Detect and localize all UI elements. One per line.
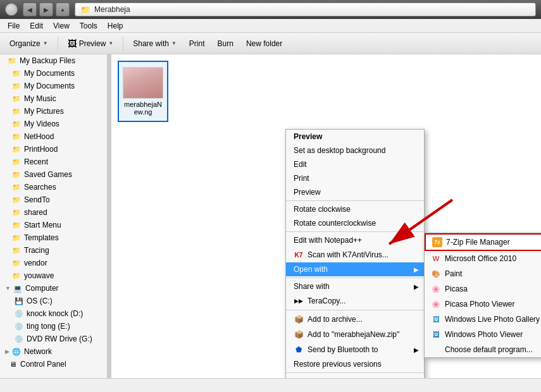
sidebar-label-mydocs1: My Documents	[24, 69, 75, 78]
ctx-sep-2	[286, 231, 424, 232]
submenu-wlpg[interactable]: 🖼 Windows Live Photo Gallery	[425, 312, 541, 327]
submenu-paint[interactable]: 🎨 Paint	[425, 266, 541, 281]
submenu-default[interactable]: Choose default program...	[425, 342, 541, 357]
address-bar[interactable]: 📁 Merabheja	[75, 3, 536, 16]
content-area: merabhejaNew.ng Preview Set as desktop b…	[111, 54, 541, 378]
menu-view[interactable]: View	[48, 20, 75, 32]
folder-icon-myvideos: 📁	[11, 119, 22, 129]
sidebar-item-mypictures[interactable]: 📁 My Pictures	[0, 105, 107, 118]
toolbar: Organize ▼ 🖼 Preview ▼ Share with ▼ Prin…	[0, 33, 541, 54]
ctx-add-zip-label: Add to "merabhejaNew.zip"	[308, 330, 399, 339]
ctx-add-zip[interactable]: 📦 Add to "merabhejaNew.zip"	[286, 327, 424, 342]
new-folder-button[interactable]: New folder	[240, 37, 288, 51]
toolbar-sep-2	[123, 37, 123, 51]
sidebar-item-youwave[interactable]: 📁 youwave	[0, 269, 107, 282]
sidebar-item-startmenu[interactable]: 📁 Start Menu	[0, 219, 107, 231]
ctx-bluetooth-arrow: ▶	[414, 346, 419, 353]
picasa-viewer-icon: 🌸	[431, 299, 441, 309]
sidebar-item-searches[interactable]: 📁 Searches	[0, 181, 107, 193]
wpv-icon: 🖼	[431, 329, 441, 340]
submenu-office[interactable]: W Microsoft Office 2010	[425, 251, 541, 266]
share-button[interactable]: Share with ▼	[127, 37, 182, 51]
7zip-icon: 7z	[432, 237, 442, 247]
sidebar-label-shared: shared	[24, 208, 47, 217]
ctx-antivirus-label: Scan with K7AntiVirus...	[308, 250, 389, 259]
sidebar-item-controlpanel[interactable]: 🖥 Control Panel	[0, 358, 107, 371]
ctx-set-desktop[interactable]: Set as desktop background	[286, 144, 424, 157]
organize-chevron: ▼	[43, 40, 48, 46]
submenu-wpv-label: Windows Photo Viewer	[445, 330, 523, 339]
sidebar-item-shared[interactable]: 📁 shared	[0, 206, 107, 219]
print-button[interactable]: Print	[183, 37, 211, 51]
expand-computer: ▼	[5, 285, 11, 291]
sidebar-item-mymusic[interactable]: 📁 My Music	[0, 92, 107, 105]
submenu-7zip[interactable]: 7z 7-Zip File Manager	[425, 233, 541, 251]
ctx-notepad[interactable]: Edit with Notepad++	[286, 233, 424, 247]
sidebar-item-gdrive[interactable]: 💿 DVD RW Drive (G:)	[0, 333, 107, 345]
organize-button[interactable]: Organize ▼	[4, 37, 54, 51]
ctx-restore-label: Restore previous versions	[294, 360, 382, 369]
sidebar-item-vendor[interactable]: 📁 vendor	[0, 257, 107, 269]
sidebar-item-mydocs2[interactable]: 📁 My Documents	[0, 80, 107, 92]
ctx-send-to-label: Send to	[294, 377, 320, 378]
menu-help[interactable]: Help	[103, 20, 128, 32]
sidebar: 📁 My Backup Files 📁 My Documents 📁 My Do…	[0, 54, 108, 378]
ctx-send-to[interactable]: Send to ▶	[286, 374, 424, 378]
file-item[interactable]: merabhejaNew.ng	[118, 61, 168, 122]
paint-icon: 🎨	[431, 269, 441, 279]
controlpanel-icon: 🖥	[8, 359, 18, 369]
ctx-rotate-cw[interactable]: Rotate clockwise	[286, 202, 424, 216]
sidebar-label-computer: Computer	[25, 284, 59, 293]
ctx-share-with[interactable]: Share with ▶	[286, 279, 424, 293]
menu-tools[interactable]: Tools	[75, 20, 103, 32]
thumbnail-image	[123, 68, 163, 98]
ctx-edit[interactable]: Edit	[286, 157, 424, 171]
sidebar-item-mydocs1[interactable]: 📁 My Documents	[0, 67, 107, 80]
ctx-restore[interactable]: Restore previous versions	[286, 357, 424, 371]
ctx-preview[interactable]: Preview	[286, 185, 424, 199]
ctx-add-archive[interactable]: 📦 Add to archive...	[286, 312, 424, 327]
preview-chevron: ▼	[108, 40, 113, 46]
sidebar-item-network[interactable]: ▶ 🌐 Network	[0, 345, 107, 358]
submenu-picasa-viewer[interactable]: 🌸 Picasa Photo Viewer	[425, 297, 541, 312]
submenu-picasa[interactable]: 🌸 Picasa	[425, 281, 541, 297]
menu-file[interactable]: File	[3, 20, 25, 32]
sidebar-item-printhood[interactable]: 📁 PrintHood	[0, 143, 107, 156]
preview-button[interactable]: 🖼 Preview ▼	[62, 36, 120, 51]
ctx-preview-bold[interactable]: Preview	[286, 130, 424, 144]
sidebar-item-templates[interactable]: 📁 Templates	[0, 231, 107, 244]
ctx-open-with-label: Open with	[294, 265, 328, 274]
sidebar-item-myvideos[interactable]: 📁 My Videos	[0, 118, 107, 130]
sidebar-label-youwave: youwave	[24, 271, 54, 280]
sidebar-item-backup[interactable]: 📁 My Backup Files	[0, 54, 107, 67]
ctx-rotate-ccw[interactable]: Rotate counterclockwise	[286, 216, 424, 230]
ctx-antivirus[interactable]: K7 Scan with K7AntiVirus...	[286, 247, 424, 262]
sidebar-item-tracing[interactable]: 📁 Tracing	[0, 244, 107, 257]
sidebar-item-savedgames[interactable]: 📁 Saved Games	[0, 168, 107, 181]
sidebar-item-osdrive[interactable]: 💾 OS (C:)	[0, 295, 107, 307]
ctx-open-with[interactable]: Open with ▶	[286, 262, 424, 276]
back-button[interactable]: ◀	[23, 3, 37, 16]
folder-icon-backup: 📁	[7, 56, 17, 66]
sidebar-item-ddrive[interactable]: 💿 knock knock (D:)	[0, 307, 107, 320]
menu-edit[interactable]: Edit	[25, 20, 48, 32]
ctx-bluetooth[interactable]: ⬟ Send by Bluetooth to ▶	[286, 342, 424, 357]
burn-button[interactable]: Burn	[212, 37, 239, 51]
default-icon	[431, 345, 441, 355]
folder-icon-tracing: 📁	[11, 245, 22, 255]
forward-button[interactable]: ▶	[39, 3, 53, 16]
sidebar-item-recent[interactable]: 📁 Recent	[0, 156, 107, 168]
burn-label: Burn	[218, 39, 233, 48]
ctx-teracopy[interactable]: ▶▶ TeraCopy...	[286, 293, 424, 309]
up-button[interactable]: ▲	[56, 3, 70, 16]
share-label: Share with	[133, 39, 169, 48]
sidebar-item-computer[interactable]: ▼ 💻 Computer	[0, 282, 107, 295]
sidebar-item-sendto[interactable]: 📁 SendTo	[0, 193, 107, 206]
submenu-wpv[interactable]: 🖼 Windows Photo Viewer	[425, 327, 541, 342]
sidebar-label-network: Network	[24, 347, 52, 356]
ctx-print[interactable]: Print	[286, 171, 424, 185]
sidebar-item-edrive[interactable]: 💿 ting tong (E:)	[0, 320, 107, 333]
sidebar-item-nethood[interactable]: 📁 NetHood	[0, 130, 107, 143]
toolbar-sep-1	[58, 37, 58, 51]
file-thumbnail	[123, 67, 163, 99]
